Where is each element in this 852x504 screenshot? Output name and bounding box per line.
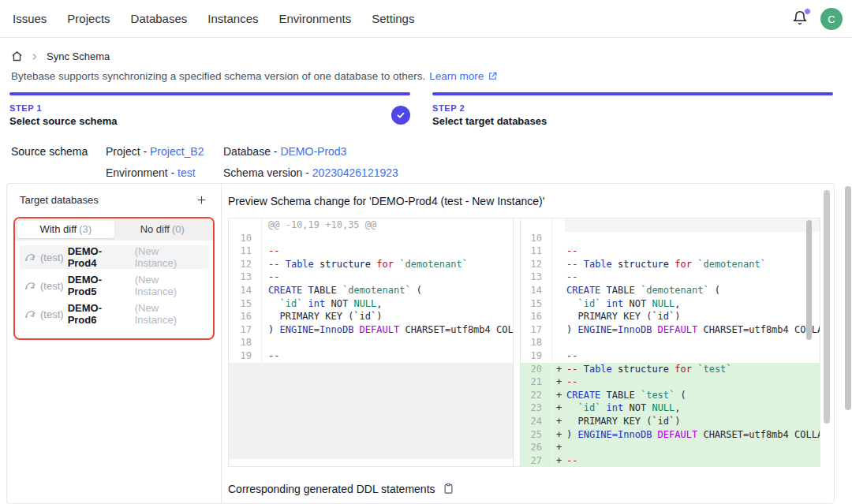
step-2-label: STEP 2	[432, 103, 547, 113]
diff-line: 26+	[521, 441, 820, 454]
diff-added-marker: +	[552, 454, 565, 466]
source-environment-row: Environment - test	[106, 162, 223, 184]
preview-section: Preview Schema change for 'DEMO-Prod4 (t…	[222, 184, 834, 503]
code-text: --	[565, 454, 820, 466]
code-text: --	[565, 271, 820, 284]
nav-item-projects[interactable]: Projects	[67, 12, 110, 25]
notification-bell-icon[interactable]	[792, 10, 809, 28]
database-list-item[interactable]: (test) DEMO-Prod5 (New Instance)	[20, 274, 208, 297]
code-text: PRIMARY KEY (`id`)	[565, 310, 820, 323]
code-text: --	[262, 245, 513, 258]
diff-line: 27+--	[521, 454, 820, 466]
code-text	[565, 336, 820, 349]
avatar[interactable]: C	[820, 8, 843, 30]
line-number: 12	[521, 258, 552, 271]
line-number: 10	[229, 232, 262, 245]
diff-line: 16 PRIMARY KEY (`id`)	[521, 310, 820, 323]
code-text: -- Table structure for `test`	[565, 363, 820, 376]
tab-no-diff[interactable]: No diff(0)	[114, 221, 211, 238]
diff-line: 15 `id` int NOT NULL,	[229, 297, 513, 311]
chevron-right-icon	[30, 52, 39, 62]
diff-line: 15 `id` int NOT NULL,	[521, 297, 820, 311]
card-scrollbar[interactable]	[824, 190, 830, 424]
diff-pane-divider	[514, 218, 520, 466]
schema-version-link[interactable]: 20230426121923	[312, 166, 398, 179]
code-text: --	[565, 245, 820, 258]
line-number: 14	[521, 284, 552, 297]
line-number: 26	[521, 441, 552, 454]
line-number: 13	[229, 271, 262, 284]
diff-filter-tabs: With diff(3) No diff(0)	[15, 218, 213, 241]
source-project-row: Project - Project_B2	[106, 141, 223, 162]
code-text: CREATE TABLE `test` (	[565, 389, 820, 402]
line-number: 22	[521, 389, 552, 402]
line-number: 18	[229, 336, 262, 349]
line-number: 11	[521, 245, 552, 258]
diff-line: 25+) ENGINE=InnoDB DEFAULT CHARSET=utf8m…	[521, 428, 820, 442]
mysql-icon	[24, 280, 36, 292]
line-number: 21	[521, 375, 552, 389]
diff-added-marker: +	[552, 428, 565, 442]
line-number: 10	[521, 232, 552, 245]
diff-line: 20+-- Table structure for `test`	[521, 363, 820, 376]
diff-added-marker: +	[552, 363, 565, 376]
diff-line: 18	[229, 336, 513, 349]
source-database-row: Database - DEMO-Prod3	[223, 141, 398, 162]
line-number: 24	[521, 415, 552, 428]
code-text: `id` int NOT NULL,	[565, 401, 820, 415]
step-1-title: Select source schema	[9, 115, 118, 127]
diff-line: 21+--	[521, 375, 820, 389]
diff-added-marker	[552, 271, 565, 284]
target-database-list: (test) DEMO-Prod4 (New Instance) (test) …	[15, 241, 213, 338]
code-text: PRIMARY KEY (`id`)	[262, 310, 513, 323]
code-text	[565, 218, 820, 232]
external-link-icon[interactable]	[488, 71, 498, 81]
project-link[interactable]: Project_B2	[150, 145, 204, 158]
sync-schema-page: Issues Projects Databases Instances Envi…	[0, 0, 852, 504]
diff-line: 12-- Table structure for `demotenant`	[229, 258, 513, 271]
diff-line: 12-- Table structure for `demotenant`	[521, 258, 820, 271]
copy-icon[interactable]	[443, 483, 455, 495]
line-number: 18	[521, 336, 552, 349]
step-2-title: Select target databases	[432, 115, 547, 127]
breadcrumb-current-page: Sync Schema	[47, 50, 110, 62]
diff-left-empty-region	[229, 363, 513, 459]
nav-item-issues[interactable]: Issues	[13, 12, 47, 25]
intro-text-row: Bytebase supports synchronizing a specif…	[11, 70, 498, 82]
line-number: 17	[521, 323, 552, 337]
code-text: --	[565, 349, 820, 363]
editor-scrollbar[interactable]	[806, 220, 812, 340]
home-icon[interactable]	[11, 50, 23, 62]
nav-item-databases[interactable]: Databases	[131, 12, 188, 25]
database-list-item[interactable]: (test) DEMO-Prod6 (New Instance)	[20, 302, 208, 326]
code-text: CREATE TABLE `demotenant` (	[262, 284, 513, 297]
tab-with-diff[interactable]: With diff(3)	[17, 221, 114, 238]
source-version-row: Schema version - 20230426121923	[223, 162, 398, 184]
code-text: -- Table structure for `demotenant`	[565, 258, 820, 271]
add-target-database-button[interactable]	[194, 192, 208, 207]
diff-line: 24+ PRIMARY KEY (`id`)	[521, 415, 820, 428]
learn-more-link[interactable]: Learn more	[429, 70, 484, 82]
environment-link[interactable]: test	[178, 166, 196, 179]
line-number: 16	[229, 310, 262, 323]
code-text: ) ENGINE=InnoDB DEFAULT CHARSET=utf8mb4 …	[565, 323, 820, 337]
line-number: 27	[521, 454, 552, 466]
page-scrollbar[interactable]	[845, 186, 851, 410]
code-text: --	[262, 349, 513, 363]
diff-added-marker: +	[552, 401, 565, 415]
line-number: 15	[229, 297, 262, 311]
top-navigation: Issues Projects Databases Instances Envi…	[0, 0, 852, 38]
database-link[interactable]: DEMO-Prod3	[280, 145, 346, 158]
nav-item-environments[interactable]: Environments	[278, 12, 351, 25]
nav-item-settings[interactable]: Settings	[372, 12, 414, 25]
line-number: 13	[521, 271, 552, 284]
line-number: 15	[521, 297, 552, 311]
step-1[interactable]: STEP 1 Select source schema	[9, 92, 410, 127]
database-list-item[interactable]: (test) DEMO-Prod4 (New Instance)	[20, 245, 208, 269]
nav-item-instances[interactable]: Instances	[207, 12, 258, 25]
diff-line	[521, 218, 820, 232]
code-text: -- Table structure for `demotenant`	[262, 258, 513, 271]
diff-added-marker	[552, 218, 565, 232]
diff-added-marker: +	[552, 415, 565, 428]
step-2[interactable]: STEP 2 Select target databases	[432, 92, 833, 127]
